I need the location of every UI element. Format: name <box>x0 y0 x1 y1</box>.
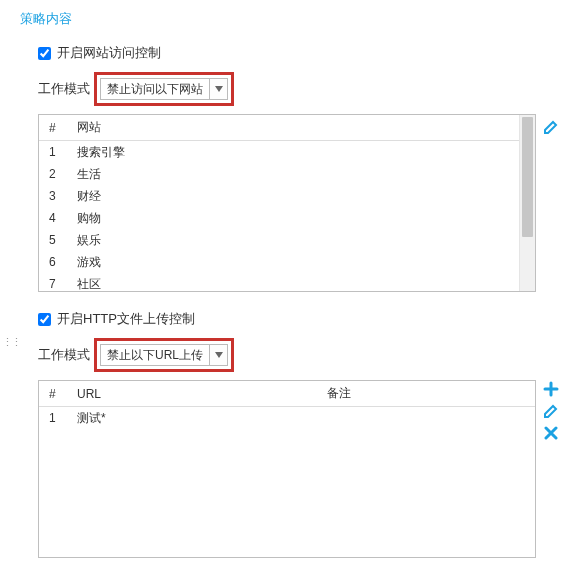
http-mode-select[interactable]: 禁止以下URL上传 <box>100 344 228 366</box>
row-url: 测试* <box>73 410 323 427</box>
row-index: 6 <box>39 255 73 269</box>
table-row[interactable]: 4购物 <box>39 207 535 229</box>
row-index: 1 <box>39 145 73 159</box>
row-index: 3 <box>39 189 73 203</box>
row-index: 7 <box>39 277 73 291</box>
col-url-header: URL <box>73 387 323 401</box>
http-mode-value: 禁止以下URL上传 <box>101 345 209 365</box>
web-access-checkbox-label: 开启网站访问控制 <box>57 44 161 62</box>
http-mode-label: 工作模式 <box>38 346 90 364</box>
web-mode-value: 禁止访问以下网站 <box>101 79 209 99</box>
http-mode-highlight: 禁止以下URL上传 <box>94 338 234 372</box>
web-scroll-thumb[interactable] <box>522 117 533 237</box>
row-site: 财经 <box>73 188 535 205</box>
chevron-down-icon[interactable] <box>209 345 227 365</box>
edit-icon[interactable] <box>542 118 560 136</box>
edit-icon[interactable] <box>542 402 560 420</box>
http-url-table: # URL 备注 1测试* <box>38 380 536 558</box>
table-row[interactable]: 3财经 <box>39 185 535 207</box>
close-icon[interactable] <box>542 424 560 442</box>
row-index: 1 <box>39 411 73 425</box>
add-icon[interactable] <box>542 380 560 398</box>
row-site: 生活 <box>73 166 535 183</box>
table-row[interactable]: 7社区 <box>39 273 535 291</box>
col-site-header: 网站 <box>73 119 535 136</box>
col-index-header: # <box>39 387 73 401</box>
table-row[interactable]: 5娱乐 <box>39 229 535 251</box>
row-index: 2 <box>39 167 73 181</box>
row-index: 4 <box>39 211 73 225</box>
web-scrollbar[interactable] <box>519 115 535 291</box>
web-access-checkbox-row: 开启网站访问控制 <box>38 44 554 62</box>
web-access-checkbox[interactable] <box>38 47 51 60</box>
http-table-header: # URL 备注 <box>39 381 535 407</box>
http-upload-checkbox-label: 开启HTTP文件上传控制 <box>57 310 195 328</box>
section-title: 策略内容 <box>20 10 554 28</box>
table-row[interactable]: 2生活 <box>39 163 535 185</box>
col-remark-header: 备注 <box>323 385 513 402</box>
web-mode-label: 工作模式 <box>38 80 90 98</box>
drag-dots-icon: ⋮⋮ <box>2 336 20 349</box>
web-mode-highlight: 禁止访问以下网站 <box>94 72 234 106</box>
web-mode-select[interactable]: 禁止访问以下网站 <box>100 78 228 100</box>
http-upload-checkbox[interactable] <box>38 313 51 326</box>
row-site: 购物 <box>73 210 535 227</box>
web-sites-table: # 网站 1搜索引擎2生活3财经4购物5娱乐6游戏7社区 <box>38 114 536 292</box>
table-row[interactable]: 1测试* <box>39 407 535 429</box>
row-index: 5 <box>39 233 73 247</box>
row-site: 社区 <box>73 276 535 292</box>
row-site: 娱乐 <box>73 232 535 249</box>
col-index-header: # <box>39 121 73 135</box>
row-site: 游戏 <box>73 254 535 271</box>
row-site: 搜索引擎 <box>73 144 535 161</box>
table-row[interactable]: 6游戏 <box>39 251 535 273</box>
chevron-down-icon[interactable] <box>209 79 227 99</box>
http-upload-checkbox-row: 开启HTTP文件上传控制 <box>38 310 554 328</box>
web-table-header: # 网站 <box>39 115 535 141</box>
table-row[interactable]: 1搜索引擎 <box>39 141 535 163</box>
web-mode-row: 工作模式 禁止访问以下网站 <box>38 72 554 106</box>
http-mode-row: 工作模式 禁止以下URL上传 <box>38 338 554 372</box>
